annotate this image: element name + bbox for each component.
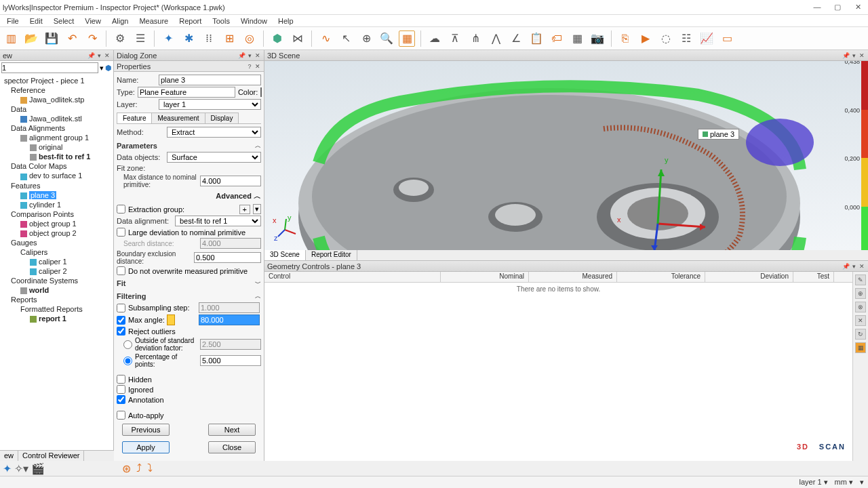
subsampling-check[interactable]	[117, 304, 125, 312]
window-icon[interactable]: ▭	[719, 30, 735, 47]
tree-item[interactable]: Calipers	[1, 247, 112, 257]
maximize-button[interactable]: ▢	[827, 3, 848, 12]
tab-report-editor[interactable]: Report Editor	[306, 250, 357, 260]
tree-item[interactable]: Data	[1, 104, 112, 114]
tab-display[interactable]: Display	[205, 113, 239, 123]
cube-icon[interactable]: ⬢	[269, 30, 285, 47]
tree-item[interactable]: caliper 2	[1, 266, 112, 276]
apply-button[interactable]: Apply	[122, 441, 170, 453]
save-icon[interactable]: 💾	[43, 30, 60, 47]
menu-select[interactable]: Select	[50, 17, 79, 25]
geom-dropdown-icon[interactable]: ▾	[850, 263, 857, 270]
tree-item[interactable]: caliper 1	[1, 257, 112, 266]
filter-collapse-icon[interactable]: ︿	[255, 292, 261, 301]
tree-filter-dropdown-icon[interactable]: ▾	[100, 64, 104, 73]
menu-help[interactable]: Help	[274, 17, 298, 25]
tool-d-icon[interactable]: ⊞	[221, 30, 237, 47]
mid-tool-1-icon[interactable]: ⊛	[122, 462, 131, 475]
measure-icon[interactable]: ⊕	[358, 30, 374, 47]
menu-file[interactable]: File	[3, 17, 23, 25]
settings-icon[interactable]: ⚙	[112, 30, 128, 47]
tree-item[interactable]: alignment group 1	[1, 133, 112, 142]
column-header[interactable]: Deviation	[705, 272, 793, 282]
pointer-icon[interactable]: ↖	[338, 30, 354, 47]
annotation-check[interactable]	[117, 395, 125, 404]
geometry-table[interactable]: ControlNominalMeasuredToleranceDeviation…	[264, 272, 853, 461]
tree-item[interactable]: best-fit to ref 1	[1, 152, 112, 161]
geom-pin-icon[interactable]: 📌	[842, 263, 849, 270]
t1-icon[interactable]: ⊼	[447, 30, 463, 47]
side-tool-6-icon[interactable]: ▦	[855, 342, 866, 353]
cloud-icon[interactable]: ☁	[427, 30, 443, 47]
max-angle-check[interactable]	[117, 316, 125, 325]
curve-icon[interactable]: ∿	[317, 30, 334, 47]
hidden-check[interactable]	[117, 375, 125, 384]
menu-report[interactable]: Report	[175, 17, 205, 25]
bottom-tool-3-icon[interactable]: 🎬	[31, 462, 45, 475]
list-icon[interactable]: ☷	[678, 30, 694, 47]
open-icon[interactable]: 📂	[23, 30, 39, 47]
tree-item[interactable]: Coordinate Systems	[1, 276, 112, 285]
method-select[interactable]: Extract	[167, 127, 261, 138]
angle-icon[interactable]: ∠	[508, 30, 524, 47]
tree-item[interactable]: Gauges	[1, 238, 112, 247]
tree-mode-icon[interactable]: ⬢	[105, 64, 112, 73]
panel-pin-icon[interactable]: 📌	[87, 52, 94, 59]
export-icon[interactable]: ⎘	[617, 30, 633, 47]
tree-item[interactable]: dev to surface 1	[1, 171, 112, 180]
tool-c-icon[interactable]: ⁞⁞	[201, 30, 217, 47]
tree-item[interactable]: Comparison Points	[1, 209, 112, 219]
side-tool-5-icon[interactable]: ↻	[855, 329, 866, 340]
boundary-input[interactable]	[194, 252, 261, 263]
color-swatch[interactable]	[260, 87, 262, 97]
scene-dropdown-icon[interactable]: ▾	[850, 52, 857, 59]
tree-item[interactable]: cylinder 1	[1, 200, 112, 209]
column-header[interactable]: Measured	[529, 272, 617, 282]
menu-edit[interactable]: Edit	[26, 17, 47, 25]
status-extra-icon[interactable]: ▾	[860, 478, 864, 487]
select-mode-icon[interactable]: ▦	[399, 30, 415, 47]
tree-item[interactable]: Reference	[1, 85, 112, 95]
reject-check[interactable]	[117, 327, 125, 336]
pct-points-input[interactable]	[200, 355, 261, 366]
t2-icon[interactable]: ⋔	[467, 30, 484, 47]
tree-root[interactable]: spector Project - piece 1	[1, 76, 112, 85]
name-input[interactable]	[159, 75, 261, 85]
options-icon[interactable]: ☰	[132, 30, 149, 47]
new-icon[interactable]: ▥	[3, 30, 19, 47]
outside-std-radio[interactable]	[123, 340, 132, 349]
feature-annotation[interactable]: plane 3	[698, 129, 739, 140]
tab-3d-scene[interactable]: 3D Scene	[264, 250, 306, 260]
zoom-icon[interactable]: 🔍	[378, 30, 395, 47]
next-button[interactable]: Next	[208, 424, 256, 436]
close-dialog-button[interactable]: Close	[208, 441, 256, 453]
viewport-3d[interactable]: x y x y z plane 3 0,4380,4000,2000,000-0…	[264, 61, 868, 250]
side-tool-3-icon[interactable]: ⊗	[855, 302, 866, 312]
scene-pin-icon[interactable]: 📌	[842, 52, 849, 59]
table-icon[interactable]: ▦	[569, 30, 585, 47]
ignored-check[interactable]	[117, 385, 125, 394]
scene-close-icon[interactable]: ✕	[859, 52, 865, 59]
dialog-close-icon[interactable]: ✕	[254, 52, 261, 59]
menu-align[interactable]: Align	[108, 17, 132, 25]
tree-item[interactable]: Formatted Reports	[1, 304, 112, 314]
auto-apply-check[interactable]	[117, 411, 125, 420]
tool-a-icon[interactable]: ✦	[160, 30, 176, 47]
project-tree[interactable]: spector Project - piece 1ReferenceJawa_o…	[0, 75, 113, 461]
tag-icon[interactable]: 🏷	[549, 30, 565, 47]
stop-icon[interactable]: ◌	[658, 30, 674, 47]
tree-item[interactable]: object group 2	[1, 228, 112, 238]
chart-icon[interactable]: 📈	[698, 30, 715, 47]
tree-item[interactable]: object group 1	[1, 219, 112, 228]
mesh-icon[interactable]: ⋈	[290, 30, 306, 47]
tree-item[interactable]: report 1	[1, 314, 112, 323]
tree-item[interactable]: plane 3	[1, 190, 112, 200]
large-dev-check[interactable]	[117, 228, 125, 237]
bottom-tool-2-icon[interactable]: ✧▾	[14, 462, 28, 475]
geom-close-icon[interactable]: ✕	[859, 263, 865, 270]
close-button[interactable]: ✕	[848, 3, 868, 12]
no-overwrite-check[interactable]	[117, 266, 125, 275]
left-tab-control-reviewer[interactable]: Control Reviewer	[18, 451, 84, 461]
fit-collapse-icon[interactable]: ﹀	[255, 279, 261, 288]
camera-icon[interactable]: 📷	[589, 30, 606, 47]
